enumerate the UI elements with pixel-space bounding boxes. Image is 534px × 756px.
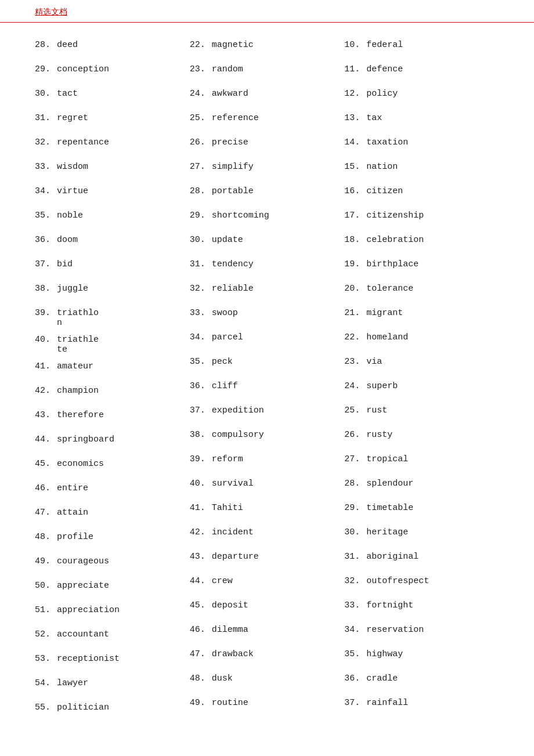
word-text: policy (366, 89, 398, 99)
list-item: 29.shortcoming (190, 211, 345, 228)
word-number: 11. (344, 64, 366, 74)
word-number: 52. (35, 630, 57, 639)
list-item: 39.triathlon (35, 308, 190, 328)
list-item: 38.compulsory (190, 430, 345, 447)
word-text: regret (57, 113, 88, 123)
word-text: migrant (366, 308, 403, 318)
word-number: 18. (344, 235, 366, 245)
word-number: 30. (190, 235, 212, 245)
word-text: compulsory (212, 430, 264, 440)
word-number: 25. (344, 406, 366, 415)
list-item: 29.conception (35, 64, 190, 82)
list-item: 17.citizenship (344, 211, 499, 228)
word-text: accountant (57, 630, 109, 639)
word-text: rust (366, 406, 387, 415)
word-text: nation (366, 162, 398, 172)
word-text: appreciation (57, 605, 120, 615)
word-number: 21. (344, 308, 366, 318)
word-text: champion (57, 386, 99, 396)
word-number: 43. (35, 410, 57, 420)
word-text: wisdom (57, 162, 88, 172)
word-text: amateur (57, 361, 93, 371)
word-text: politician (57, 703, 109, 712)
word-number: 47. (35, 508, 57, 518)
list-item: 31.aboriginal (344, 552, 499, 569)
word-number: 19. (344, 259, 366, 269)
word-text: expedition (212, 406, 264, 415)
word-number: 10. (344, 40, 366, 50)
list-item: 48.profile (35, 532, 190, 549)
column-1: 28.deed29.conception30.tact31.regret32.r… (35, 40, 190, 727)
word-text: simplify (212, 162, 254, 172)
word-text: heritage (366, 527, 408, 537)
word-number: 12. (344, 89, 366, 99)
word-text: timetable (366, 503, 413, 513)
list-item: 37.bid (35, 259, 190, 277)
list-item: 26.rusty (344, 430, 499, 447)
list-item: 27.tropical (344, 454, 499, 472)
list-item: 21.migrant (344, 308, 499, 325)
word-number: 36. (344, 674, 366, 683)
word-text: birthplace (366, 259, 418, 269)
list-item: 52.accountant (35, 630, 190, 647)
word-text: outofrespect (366, 576, 429, 586)
list-item: 35.highway (344, 649, 499, 667)
list-item: 30.tact (35, 89, 190, 106)
word-text: doom (57, 235, 78, 245)
word-number: 28. (344, 479, 366, 489)
word-number: 44. (35, 435, 57, 444)
list-item: 25.rust (344, 406, 499, 423)
word-number: 31. (190, 259, 212, 269)
word-text: therefore (57, 410, 104, 420)
list-item: 23.via (344, 357, 499, 374)
word-number: 26. (190, 138, 212, 147)
word-number: 23. (190, 64, 212, 74)
list-item: 32.repentance (35, 138, 190, 155)
column-3: 10.federal11.defence12.policy13.tax14.ta… (344, 40, 499, 727)
word-number: 44. (190, 576, 212, 586)
list-item: 37.expedition (190, 406, 345, 423)
word-text: parcel (212, 332, 243, 342)
word-number: 45. (190, 601, 212, 610)
list-item: 43.therefore (35, 410, 190, 428)
word-text: reform (212, 454, 243, 464)
word-text: appreciate (57, 581, 109, 591)
list-item: 46.entire (35, 483, 190, 501)
word-text: rusty (366, 430, 392, 440)
word-text: profile (57, 532, 93, 542)
word-number: 41. (190, 503, 212, 513)
word-number: 22. (190, 40, 212, 50)
list-item: 46.dilemma (190, 625, 345, 642)
word-text: citizen (366, 186, 403, 196)
list-item: 28.portable (190, 186, 345, 204)
word-text: noble (57, 211, 83, 220)
word-number: 42. (35, 386, 57, 396)
list-item: 25.reference (190, 113, 345, 131)
list-item: 51.appreciation (35, 605, 190, 623)
word-number: 24. (344, 381, 366, 391)
word-text: celebration (366, 235, 424, 245)
list-item: 44.springboard (35, 435, 190, 452)
word-text: triathlon (57, 308, 99, 328)
list-item: 22.homeland (344, 332, 499, 350)
word-number: 16. (344, 186, 366, 196)
list-item: 24.awkward (190, 89, 345, 106)
list-item: 36.doom (35, 235, 190, 252)
list-item: 50.appreciate (35, 581, 190, 598)
word-text: portable (212, 186, 254, 196)
word-number: 40. (35, 335, 57, 345)
word-number: 51. (35, 605, 57, 615)
list-item: 30.update (190, 235, 345, 252)
word-text: awkward (212, 89, 248, 99)
word-number: 34. (190, 332, 212, 342)
list-item: 32.outofrespect (344, 576, 499, 594)
word-number: 32. (344, 576, 366, 586)
word-number: 47. (190, 649, 212, 659)
word-text: cliff (212, 381, 238, 391)
word-text: tact (57, 89, 78, 99)
word-number: 37. (344, 698, 366, 708)
word-text: update (212, 235, 243, 245)
word-text: entire (57, 483, 88, 493)
list-item: 45.deposit (190, 601, 345, 618)
word-text: defence (366, 64, 403, 74)
